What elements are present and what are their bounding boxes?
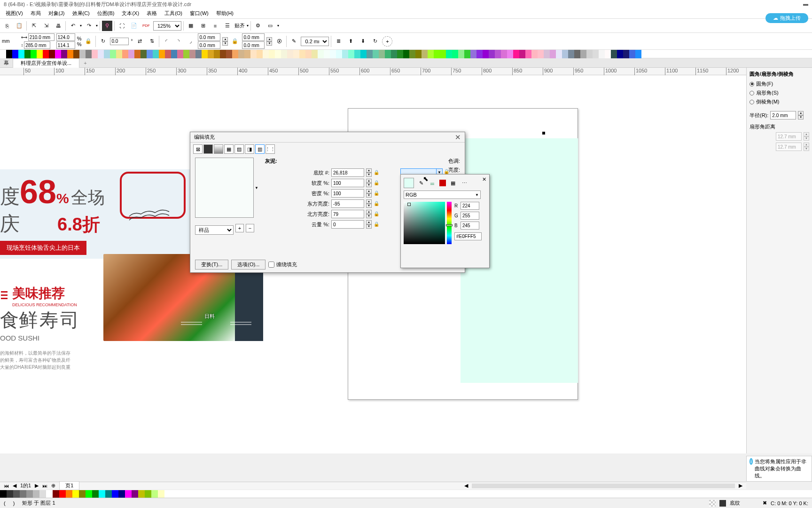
outline-width-select[interactable]: 0.2 mm xyxy=(301,37,329,46)
color-swatch[interactable] xyxy=(269,50,275,58)
color-swatch[interactable] xyxy=(525,50,531,58)
color-swatch[interactable] xyxy=(422,50,428,58)
page-first-icon[interactable]: ⏮ xyxy=(4,483,9,489)
no-fill-tab[interactable]: ⊠ xyxy=(193,144,203,154)
current-color-swatch[interactable] xyxy=(404,178,414,188)
color-swatch[interactable] xyxy=(391,50,397,58)
menu-bitmap[interactable]: 位图(B) xyxy=(94,9,118,18)
corner-round-icon[interactable]: ◜ xyxy=(161,36,172,47)
add-icon[interactable]: + xyxy=(382,36,392,47)
corner-chamfer-icon[interactable]: ◞ xyxy=(186,36,196,47)
radius-spinner[interactable]: ▲▼ xyxy=(798,111,804,119)
east-brightness-input[interactable] xyxy=(331,199,364,208)
tab-home[interactable]: 幕 xyxy=(0,59,13,66)
lock-icon[interactable]: 🔒 xyxy=(374,190,379,196)
color-swatch[interactable] xyxy=(611,50,617,58)
menu-window[interactable]: 窗口(W) xyxy=(186,9,212,18)
to-front-icon[interactable]: ⬆ xyxy=(345,36,356,47)
color-swatch[interactable] xyxy=(195,50,202,58)
color-swatch[interactable] xyxy=(202,50,208,58)
color-swatch[interactable] xyxy=(141,50,147,58)
sliders-icon[interactable]: ⚌ xyxy=(428,179,437,187)
lock-icon[interactable]: 🔒 xyxy=(374,211,379,217)
color-swatch[interactable] xyxy=(635,50,641,58)
color-swatch[interactable] xyxy=(415,50,422,58)
undo-icon[interactable]: ↶ xyxy=(68,21,78,31)
color-swatch[interactable] xyxy=(562,50,568,58)
lock-corners-icon[interactable]: 🔒 xyxy=(230,36,240,47)
color-swatch[interactable] xyxy=(544,50,550,58)
relative-corner-icon[interactable]: ⦿ xyxy=(274,36,284,47)
color-swatch[interactable] xyxy=(116,50,122,58)
nav-fwd-icon[interactable]: ) xyxy=(13,500,15,506)
color-swatch[interactable] xyxy=(495,50,501,58)
search-icon[interactable]: ⚲ xyxy=(102,21,112,31)
selection-handle[interactable] xyxy=(542,132,545,135)
color-swatch[interactable] xyxy=(318,50,324,58)
palette-icon[interactable] xyxy=(439,180,446,186)
scroll-right-icon[interactable]: ▶ xyxy=(739,483,742,489)
hex-input[interactable] xyxy=(454,232,482,240)
color-swatch[interactable] xyxy=(244,50,250,58)
color-swatch[interactable] xyxy=(299,50,305,58)
color-swatch[interactable] xyxy=(257,50,263,58)
color-swatch[interactable] xyxy=(183,50,189,58)
color-swatch[interactable] xyxy=(452,50,458,58)
color-swatch[interactable] xyxy=(489,50,495,58)
color-swatch[interactable] xyxy=(464,50,470,58)
radio-round[interactable]: 圆角(F) xyxy=(750,79,809,88)
color-swatch[interactable] xyxy=(623,50,629,58)
color-swatch[interactable] xyxy=(18,50,24,58)
menu-help[interactable]: 帮助(H) xyxy=(212,9,237,18)
color-swatch[interactable] xyxy=(507,50,513,58)
g-input[interactable] xyxy=(461,212,479,220)
color-swatch[interactable] xyxy=(336,50,342,58)
page-tab[interactable]: 页1 xyxy=(59,481,79,490)
lock-icon[interactable]: 🔒 xyxy=(374,170,379,175)
color-swatch[interactable] xyxy=(73,50,79,58)
options-button[interactable]: 选项(O)... xyxy=(231,260,265,270)
color-swatch[interactable] xyxy=(373,50,379,58)
color-swatch[interactable] xyxy=(134,50,141,58)
pdf-icon[interactable]: PDF xyxy=(141,21,151,31)
bitmap-fill-tab[interactable]: ▨ xyxy=(234,144,244,154)
outline-pen-icon[interactable]: ✎ xyxy=(289,36,299,47)
color-swatch[interactable] xyxy=(550,50,556,58)
color-swatch[interactable] xyxy=(379,50,385,58)
paste-icon[interactable]: 📋 xyxy=(14,21,24,31)
convert-curves-icon[interactable]: ↻ xyxy=(370,36,380,47)
color-swatch[interactable] xyxy=(61,50,67,58)
redo-icon[interactable]: ↷ xyxy=(84,21,94,31)
color-swatch[interactable] xyxy=(153,50,159,58)
color-swatch[interactable] xyxy=(98,50,104,58)
color-swatch[interactable] xyxy=(312,50,318,58)
color-swatch[interactable] xyxy=(397,50,403,58)
color-swatch[interactable] xyxy=(128,50,134,58)
color-swatch[interactable] xyxy=(458,50,464,58)
x-position-input[interactable] xyxy=(28,33,55,41)
rotate-icon[interactable]: ↻ xyxy=(98,36,108,47)
color-swatch[interactable] xyxy=(513,50,519,58)
close-icon[interactable]: ✕ xyxy=(482,176,486,183)
menu-tools[interactable]: 工具(O) xyxy=(161,9,186,18)
color-swatch[interactable] xyxy=(476,50,483,58)
options-icon[interactable]: ⚙ xyxy=(253,21,263,31)
color-swatch[interactable] xyxy=(92,50,98,58)
r-input[interactable] xyxy=(461,202,479,210)
color-swatch[interactable] xyxy=(403,50,409,58)
color-swatch[interactable] xyxy=(531,50,538,58)
fill-indicator-icon[interactable] xyxy=(709,500,716,507)
two-color-tab[interactable]: ◨ xyxy=(245,144,254,154)
softness-input[interactable] xyxy=(331,179,364,187)
menu-view[interactable]: 视图(V) xyxy=(2,9,27,18)
color-swatch[interactable] xyxy=(263,50,269,58)
to-back-icon[interactable]: ⬇ xyxy=(358,36,368,47)
height-input[interactable] xyxy=(56,41,75,49)
color-swatch[interactable] xyxy=(605,50,611,58)
color-swatch[interactable] xyxy=(440,50,446,58)
color-swatch[interactable] xyxy=(434,50,440,58)
h-scrollbar[interactable] xyxy=(472,484,735,488)
b-input[interactable] xyxy=(461,222,479,230)
color-swatch[interactable] xyxy=(104,50,110,58)
color-swatch[interactable] xyxy=(342,50,348,58)
